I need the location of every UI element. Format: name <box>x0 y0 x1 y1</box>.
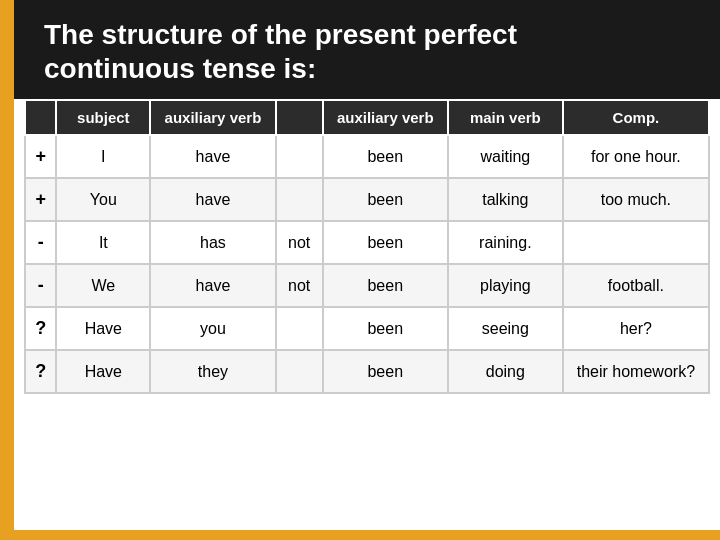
title-line2: continuous tense is: <box>44 53 316 84</box>
cell-neg <box>276 350 323 393</box>
cell-comp: her? <box>563 307 709 350</box>
cell-sign: ? <box>25 350 56 393</box>
grammar-table: subject auxiliary verb auxiliary verb ma… <box>24 99 710 394</box>
table-row: -Ithasnotbeenraining. <box>25 221 709 264</box>
col-comp: Comp. <box>563 100 709 135</box>
cell-main: raining. <box>448 221 563 264</box>
cell-comp <box>563 221 709 264</box>
cell-aux1: you <box>150 307 275 350</box>
cell-aux2: been <box>323 307 448 350</box>
table-row: +Youhavebeentalkingtoo much. <box>25 178 709 221</box>
cell-subject: You <box>56 178 150 221</box>
cell-neg: not <box>276 221 323 264</box>
cell-aux1: have <box>150 135 275 178</box>
cell-comp: too much. <box>563 178 709 221</box>
col-main: main verb <box>448 100 563 135</box>
cell-aux2: been <box>323 221 448 264</box>
cell-sign: - <box>25 221 56 264</box>
cell-aux1: they <box>150 350 275 393</box>
col-aux1: auxiliary verb <box>150 100 275 135</box>
cell-sign: ? <box>25 307 56 350</box>
cell-main: playing <box>448 264 563 307</box>
cell-main: seeing <box>448 307 563 350</box>
cell-neg <box>276 307 323 350</box>
cell-subject: It <box>56 221 150 264</box>
cell-neg <box>276 135 323 178</box>
col-aux2: auxiliary verb <box>323 100 448 135</box>
cell-aux2: been <box>323 350 448 393</box>
main-content: The structure of the present perfect con… <box>14 0 720 540</box>
cell-comp: football. <box>563 264 709 307</box>
cell-sign: + <box>25 135 56 178</box>
cell-subject: Have <box>56 307 150 350</box>
page-header: The structure of the present perfect con… <box>14 0 720 99</box>
table-row: ?Havetheybeendoingtheir homework? <box>25 350 709 393</box>
cell-main: talking <box>448 178 563 221</box>
cell-aux1: have <box>150 178 275 221</box>
cell-aux2: been <box>323 264 448 307</box>
accent-bar-bottom <box>0 530 720 540</box>
table-body: +Ihavebeenwaitingfor one hour.+Youhavebe… <box>25 135 709 393</box>
title-line1: The structure of the present perfect <box>44 19 517 50</box>
cell-sign: + <box>25 178 56 221</box>
cell-neg <box>276 178 323 221</box>
table-row: +Ihavebeenwaitingfor one hour. <box>25 135 709 178</box>
table-row: ?Haveyoubeenseeingher? <box>25 307 709 350</box>
cell-main: waiting <box>448 135 563 178</box>
cell-subject: Have <box>56 350 150 393</box>
cell-comp: their homework? <box>563 350 709 393</box>
cell-aux1: has <box>150 221 275 264</box>
cell-main: doing <box>448 350 563 393</box>
table-row: -Wehavenotbeenplayingfootball. <box>25 264 709 307</box>
col-neg <box>276 100 323 135</box>
col-sign <box>25 100 56 135</box>
accent-bar-left <box>0 0 14 540</box>
cell-subject: We <box>56 264 150 307</box>
cell-aux1: have <box>150 264 275 307</box>
cell-aux2: been <box>323 178 448 221</box>
cell-sign: - <box>25 264 56 307</box>
table-header-row: subject auxiliary verb auxiliary verb ma… <box>25 100 709 135</box>
table-wrapper: subject auxiliary verb auxiliary verb ma… <box>14 99 720 404</box>
cell-aux2: been <box>323 135 448 178</box>
col-subject: subject <box>56 100 150 135</box>
cell-subject: I <box>56 135 150 178</box>
cell-neg: not <box>276 264 323 307</box>
cell-comp: for one hour. <box>563 135 709 178</box>
